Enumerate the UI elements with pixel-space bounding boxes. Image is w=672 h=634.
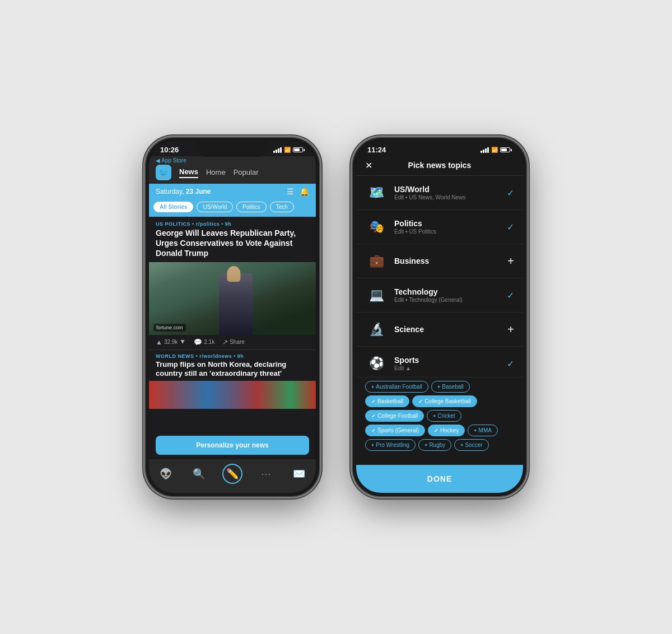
wifi-icon: 📶	[284, 147, 291, 153]
us-world-edit[interactable]: Edit	[394, 194, 404, 201]
story1-image[interactable]: fortune.com	[149, 262, 316, 335]
time-2: 11:24	[367, 146, 386, 154]
business-info: Business	[394, 257, 501, 265]
nav-alien-icon[interactable]: 👽	[156, 464, 176, 484]
nav-messages-icon[interactable]: ⋯	[256, 464, 276, 484]
topic-politics[interactable]: 🎭 Politics Edit • US Politics ✓	[356, 210, 523, 244]
sports-name: Sports	[394, 356, 500, 365]
done-button[interactable]: DONE	[356, 465, 523, 493]
notch-1	[196, 141, 269, 157]
politics-name: Politics	[394, 219, 500, 228]
topic-gaming[interactable]: 🎮 Gaming +	[356, 456, 523, 460]
tab-news[interactable]: News	[179, 167, 198, 178]
us-world-info: US/World Edit • US News, World News	[394, 185, 500, 201]
battery-icon-2	[500, 147, 512, 152]
personalize-button[interactable]: Personalize your news	[156, 436, 309, 455]
filter-us-world[interactable]: US/World	[197, 202, 233, 212]
date-bar: Saturday, 23 June ☰ 🔔	[149, 184, 316, 199]
nav-tabs: 🐦 News Home Popular	[156, 165, 309, 180]
status-icons-1: 📶	[273, 147, 305, 153]
politics-detail: US Politics	[409, 229, 436, 235]
tag-pro-wrestling[interactable]: +Pro Wrestling	[365, 439, 416, 451]
tab-home[interactable]: Home	[206, 168, 226, 178]
technology-icon: 💻	[365, 284, 388, 306]
us-world-check[interactable]: ✓	[507, 188, 514, 198]
share-action[interactable]: ↗ Share	[222, 338, 245, 346]
tag-basketball[interactable]: ✓Basketball	[365, 395, 409, 407]
pick-header: ✕ Pick news topics	[356, 156, 523, 176]
filter-all-stories[interactable]: All Stories	[153, 202, 193, 212]
business-add[interactable]: +	[507, 255, 514, 268]
tag-college-football[interactable]: ✓College Football	[365, 410, 424, 422]
tab-popular[interactable]: Popular	[234, 168, 259, 178]
topic-us-world[interactable]: 🗺️ US/World Edit • US News, World News ✓	[356, 176, 523, 210]
time-1: 10:26	[160, 146, 179, 154]
technology-edit[interactable]: Edit	[394, 297, 404, 303]
us-world-sub: Edit • US News, World News	[394, 194, 500, 201]
sports-sub: Edit ▲	[394, 365, 500, 371]
sports-check[interactable]: ✓	[507, 358, 514, 369]
politics-icon: 🎭	[365, 216, 388, 238]
tag-hockey[interactable]: ✓Hockey	[428, 425, 465, 436]
bell-icon[interactable]: 🔔	[300, 187, 309, 196]
story1-source: fortune.com	[153, 324, 186, 332]
us-world-icon: 🗺️	[365, 181, 388, 204]
sports-icon: ⚽	[365, 352, 388, 375]
comment-action[interactable]: 💬 2.1k	[194, 338, 214, 346]
technology-sub: Edit • Technology (General)	[394, 297, 500, 303]
business-icon: 💼	[365, 250, 388, 272]
news-content: US POLITICS • r/politics • 9h George Wil…	[149, 217, 316, 451]
story2-image[interactable]	[149, 381, 316, 409]
story1-title[interactable]: George Will Leaves Republican Party, Urg…	[149, 228, 316, 262]
story2-title[interactable]: Trump flips on North Korea, declaring co…	[149, 360, 316, 381]
upvote-count: 32.9k	[164, 339, 178, 345]
story1-category: US POLITICS • r/politics • 9h	[149, 217, 316, 228]
upvote-action[interactable]: ▲ 32.9k ▲	[156, 338, 186, 346]
tag-mma[interactable]: +MMA	[468, 425, 498, 436]
filter-tech[interactable]: Tech	[270, 202, 294, 212]
date-icons: ☰ 🔔	[287, 187, 309, 196]
technology-detail: Technology (General)	[409, 297, 463, 303]
topic-science[interactable]: 🔬 Science +	[356, 313, 523, 347]
tag-sports-general[interactable]: ✓Sports (General)	[365, 425, 425, 436]
close-button[interactable]: ✕	[365, 160, 372, 171]
comment-count: 2.1k	[204, 339, 214, 345]
tag-college-basketball[interactable]: ✓College Basketball	[412, 395, 477, 407]
topic-technology[interactable]: 💻 Technology Edit • Technology (General)…	[356, 278, 523, 313]
tag-soccer[interactable]: +Soccer	[454, 439, 488, 451]
tag-rugby[interactable]: +Rugby	[418, 439, 451, 451]
status-icons-2: 📶	[480, 147, 512, 153]
technology-name: Technology	[394, 287, 500, 296]
back-label[interactable]: ◀ App Store	[156, 157, 309, 164]
science-add[interactable]: +	[507, 323, 514, 336]
date-bold: 23 June	[186, 188, 211, 195]
nav-mail-icon[interactable]: ✉️	[289, 464, 309, 484]
science-info: Science	[394, 325, 501, 334]
filter-bar: All Stories US/World Politics Tech	[149, 199, 316, 217]
story2-category: WORLD NEWS • r/worldnews • 9h	[149, 350, 316, 360]
topic-business[interactable]: 💼 Business +	[356, 244, 523, 278]
technology-check[interactable]: ✓	[507, 290, 514, 301]
science-icon: 🔬	[365, 318, 388, 341]
wifi-icon-2: 📶	[491, 147, 498, 153]
share-icon: ↗	[222, 338, 228, 346]
topic-sports[interactable]: ⚽ Sports Edit ▲ ✓	[356, 347, 523, 377]
tag-australian-football[interactable]: +Australian Football	[365, 381, 428, 393]
filter-politics[interactable]: Politics	[236, 202, 267, 212]
battery-icon	[293, 147, 305, 152]
nav-search-icon[interactable]: 🔍	[189, 464, 209, 484]
science-name: Science	[394, 325, 501, 334]
tag-cricket[interactable]: +Cricket	[427, 410, 461, 422]
bottom-nav-1: 👽 🔍 ✏️ ⋯ ✉️	[149, 459, 316, 493]
list-icon[interactable]: ☰	[287, 187, 294, 196]
phone-1: 10:26 📶 ◀ App Store	[146, 138, 319, 496]
politics-info: Politics Edit • US Politics	[394, 219, 500, 235]
date-text: Saturday, 23 June	[156, 188, 211, 195]
sports-edit[interactable]: Edit ▲	[394, 365, 411, 371]
phone-2: 11:24 📶 ✕ P	[353, 138, 526, 496]
tag-baseball[interactable]: +Baseball	[431, 381, 470, 393]
signal-icon-2	[480, 147, 489, 153]
nav-compose-icon[interactable]: ✏️	[222, 464, 242, 484]
politics-check[interactable]: ✓	[507, 222, 514, 232]
politics-edit[interactable]: Edit	[394, 229, 404, 235]
